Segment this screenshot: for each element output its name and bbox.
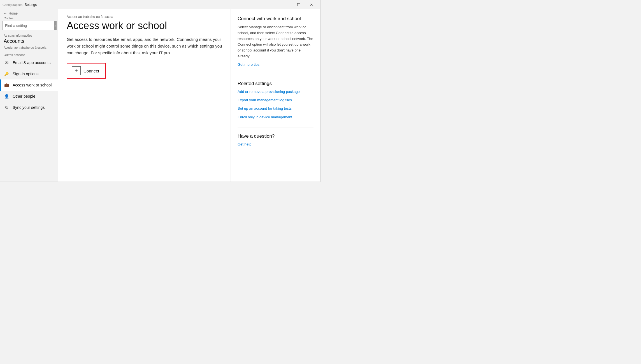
title-bar-left: Configurações Settings [3, 3, 37, 7]
page-title: Access work or school [67, 20, 222, 32]
link-enroll-device[interactable]: Enroll only in device management [238, 115, 313, 120]
sidebar-item-other-label: Other people [13, 94, 35, 98]
sidebar-item-sync-label: Sync your settings [13, 105, 45, 110]
search-box[interactable]: ⌕ [3, 21, 56, 30]
link-account-tests[interactable]: Set up an account for taking tests [238, 106, 313, 111]
sidebar-breadcrumb: Contas [4, 17, 55, 20]
title-bar: Configurações Settings — ☐ ✕ [0, 0, 320, 9]
connect-plus-icon: + [72, 66, 81, 75]
back-button[interactable]: ← Home [4, 11, 55, 15]
back-icon: ← [4, 11, 7, 15]
section-label-other: Outras pessoas [0, 51, 58, 57]
breadcrumb-label: Configurações [3, 3, 22, 6]
search-button[interactable]: ⌕ [54, 21, 57, 30]
content-area: ← Home Contas ⌕ As suas informações Acco… [0, 9, 320, 182]
sidebar-item-email[interactable]: ✉ Email & app accounts [0, 57, 58, 68]
sidebar-item-signin[interactable]: 🔑 Sign-in options [0, 68, 58, 79]
search-icon: ⌕ [54, 24, 57, 28]
close-button[interactable]: ✕ [305, 0, 318, 9]
sidebar-item-signin-label: Sign-in options [13, 72, 39, 76]
link-export-logs[interactable]: Export your management log files [238, 98, 313, 103]
title-bar-controls: — ☐ ✕ [279, 0, 318, 9]
main-header-small: Aceder ao trabalho ou à escola [67, 15, 222, 19]
get-help-link[interactable]: Get help [238, 142, 313, 147]
divider-2 [238, 128, 313, 128]
sidebar-item-access-label: Access work or school [13, 83, 52, 87]
minimize-button[interactable]: — [279, 0, 292, 9]
signin-icon: 🔑 [4, 71, 9, 77]
panel-section-connect: Connect with work and school Select Mana… [238, 16, 313, 67]
section-label-info: As suas informações [0, 32, 58, 38]
panel-related-title: Related settings [238, 81, 313, 86]
sidebar-item-sync[interactable]: ↻ Sync your settings [0, 102, 58, 113]
settings-window: Configurações Settings — ☐ ✕ ← Home Cont… [0, 0, 320, 182]
search-input[interactable] [3, 22, 54, 29]
other-people-icon: 👤 [4, 93, 9, 99]
sidebar-item-email-label: Email & app accounts [13, 60, 50, 65]
main-content: Aceder ao trabalho ou à escola Access wo… [58, 9, 231, 182]
panel-connect-text: Select Manage or disconnect from work or… [238, 24, 313, 59]
panel-section-related: Related settings Add or remove a provisi… [238, 81, 313, 120]
account-title: Accounts [0, 38, 58, 46]
panel-help-title: Have a question? [238, 133, 313, 139]
title-bar-app-name: Settings [25, 3, 37, 7]
panel-connect-title: Connect with work and school [238, 16, 313, 22]
account-sub: Aceder ao trabalho ou à escola [0, 46, 58, 51]
get-more-tips-link[interactable]: Get more tips [238, 62, 313, 67]
sidebar-item-other[interactable]: 👤 Other people [0, 91, 58, 102]
sidebar: ← Home Contas ⌕ As suas informações Acco… [0, 9, 58, 182]
right-panel: Connect with work and school Select Mana… [231, 9, 320, 182]
link-provisioning[interactable]: Add or remove a provisioning package [238, 89, 313, 94]
email-icon: ✉ [4, 60, 9, 65]
home-label: Home [9, 11, 18, 15]
main-description: Get access to resources like email, apps… [67, 36, 222, 56]
sidebar-header: ← Home Contas [0, 9, 58, 21]
connect-label: Connect [83, 69, 99, 73]
panel-section-help: Have a question? Get help [238, 133, 313, 147]
maximize-button[interactable]: ☐ [292, 0, 305, 9]
sync-icon: ↻ [4, 105, 9, 110]
access-icon: 💼 [4, 82, 9, 88]
sidebar-item-access[interactable]: 💼 Access work or school [0, 79, 58, 91]
divider-1 [238, 75, 313, 75]
connect-button[interactable]: + Connect [67, 63, 106, 79]
